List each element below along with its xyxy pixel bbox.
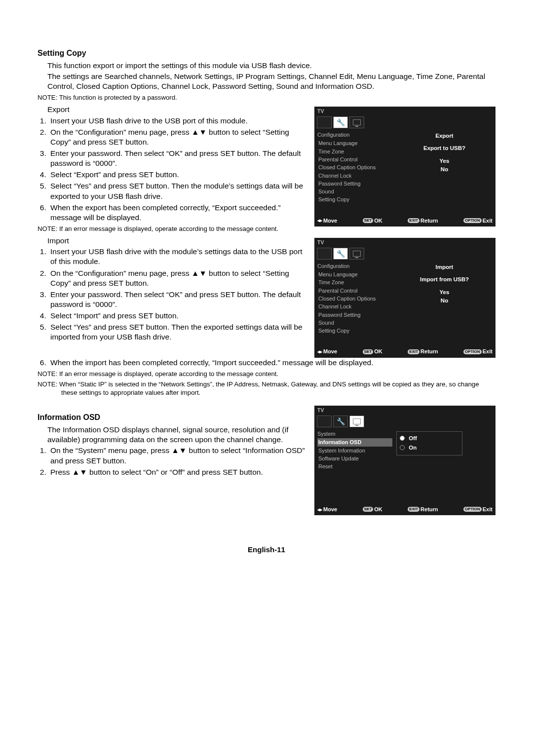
osd-title: TV bbox=[314, 406, 495, 414]
exit-badge: EXIT bbox=[408, 349, 419, 354]
osd-menu-item-highlighted: Information OSD bbox=[317, 438, 392, 446]
heading-info-osd: Information OSD bbox=[38, 413, 307, 423]
osd-menu-title: System bbox=[317, 429, 392, 438]
footer-ok: OK bbox=[374, 348, 382, 355]
setting-copy-intro-2: The settings are Searched channels, Netw… bbox=[47, 72, 495, 91]
osd-tabs: 🔧 bbox=[314, 414, 495, 428]
import-step: Select “Yes” and press SET button. Then … bbox=[48, 322, 307, 342]
arrows-icon: ◂▸ bbox=[317, 348, 322, 355]
export-step: Select “Yes” and press SET button. Then … bbox=[48, 181, 307, 201]
export-step: On the “Configuration” menu page, press … bbox=[48, 127, 307, 147]
osd-menu-item: Channel Lock bbox=[317, 172, 392, 180]
option-badge: OPTION bbox=[463, 349, 482, 354]
osd-prompt-title: Import bbox=[396, 264, 493, 271]
osd-footer: ◂▸Move SETOK EXITReturn OPTIONExit bbox=[314, 504, 495, 515]
setting-copy-intro-1: This function export or import the setti… bbox=[47, 61, 495, 71]
radio-label: On bbox=[409, 445, 417, 451]
osd-title: TV bbox=[314, 238, 495, 246]
osd-menu-item: Parental Control bbox=[317, 287, 392, 295]
osd-menu-item: Sound bbox=[317, 188, 392, 195]
footer-exit: Exit bbox=[483, 348, 493, 355]
osd-information-dialog: TV 🔧 System Information OSD System Infor… bbox=[314, 406, 495, 515]
footer-ok: OK bbox=[374, 506, 382, 513]
import-steps-continued: When the import has been completed corre… bbox=[38, 358, 495, 368]
osd-menu-item: Closed Caption Options bbox=[317, 295, 392, 302]
osd-tabs: 🔧 bbox=[314, 115, 495, 129]
import-step: Enter your password. Then select “OK” an… bbox=[48, 290, 307, 309]
set-badge: SET bbox=[363, 507, 374, 512]
osd-tabs: 🔧 bbox=[314, 246, 495, 261]
info-osd-step: Press ▲▼ button to select “On” or “Off” … bbox=[48, 467, 307, 477]
radio-label: Off bbox=[409, 435, 417, 441]
import-step: Select “Import” and press SET button. bbox=[48, 311, 307, 321]
osd-option-no: No bbox=[396, 165, 493, 174]
info-osd-step: On the “System” menu page, press ▲▼ butt… bbox=[48, 446, 307, 465]
osd-prompt-title: Export bbox=[396, 132, 493, 140]
monitor-icon bbox=[353, 119, 361, 125]
note-static-ip: NOTE: When “Static IP” is selected in th… bbox=[38, 380, 495, 397]
tab-picture-icon bbox=[317, 248, 332, 260]
set-badge: SET bbox=[363, 218, 374, 223]
osd-footer: ◂▸Move SETOK EXITReturn OPTIONExit bbox=[314, 346, 495, 357]
osd-menu-item: System Information bbox=[317, 447, 392, 454]
heading-import: Import bbox=[47, 236, 307, 246]
footer-exit: Exit bbox=[483, 217, 493, 224]
osd-menu-item: Menu Language bbox=[317, 139, 392, 147]
import-steps: Insert your USB flash drive with the mod… bbox=[38, 247, 307, 342]
osd-menu-item: Channel Lock bbox=[317, 302, 392, 310]
osd-import-dialog: TV 🔧 Configuration Menu Language Time Zo… bbox=[314, 238, 495, 358]
osd-option-box: Off On bbox=[396, 431, 462, 455]
heading-export: Export bbox=[47, 105, 307, 114]
osd-menu-item: Parental Control bbox=[317, 155, 392, 163]
tab-system-icon bbox=[349, 116, 364, 128]
osd-menu-item: Sound bbox=[317, 319, 392, 327]
export-step: Insert your USB flash drive to the USB p… bbox=[48, 116, 307, 126]
osd-menu-item: Reset bbox=[317, 462, 392, 470]
osd-menu-item: Password Setting bbox=[317, 180, 392, 188]
osd-menu-item: Closed Caption Options bbox=[317, 163, 392, 171]
osd-prompt-sub: Import from USB? bbox=[396, 276, 493, 283]
monitor-icon bbox=[353, 418, 361, 424]
info-osd-intro: The Information OSD displays channel, si… bbox=[47, 425, 307, 445]
osd-menu-title: Configuration bbox=[317, 130, 392, 139]
heading-setting-copy: Setting Copy bbox=[38, 48, 495, 59]
import-step: Insert your USB flash drive with the mod… bbox=[48, 247, 307, 266]
note-password: NOTE: This function is protected by a pa… bbox=[38, 93, 495, 102]
page-number: English-11 bbox=[38, 545, 495, 555]
set-badge: SET bbox=[363, 349, 374, 354]
footer-return: Return bbox=[420, 348, 438, 355]
tab-system-icon bbox=[349, 248, 364, 260]
tab-picture-icon bbox=[317, 416, 332, 427]
footer-move: Move bbox=[323, 217, 337, 224]
tab-config-icon: 🔧 bbox=[333, 416, 348, 427]
footer-move: Move bbox=[323, 506, 337, 513]
footer-return: Return bbox=[420, 217, 438, 224]
exit-badge: EXIT bbox=[408, 507, 419, 512]
note-import-error: NOTE: If an error message is displayed, … bbox=[38, 370, 495, 378]
wrench-icon: 🔧 bbox=[337, 118, 345, 127]
import-step: When the import has been completed corre… bbox=[48, 358, 495, 368]
radio-on: On bbox=[400, 443, 459, 453]
arrows-icon: ◂▸ bbox=[317, 506, 322, 513]
osd-menu-item: Password Setting bbox=[317, 311, 392, 319]
option-badge: OPTION bbox=[463, 507, 482, 512]
export-steps: Insert your USB flash drive to the USB p… bbox=[38, 116, 307, 223]
tab-system-icon bbox=[349, 416, 364, 427]
tab-picture-icon bbox=[317, 116, 332, 128]
footer-return: Return bbox=[420, 506, 438, 513]
osd-menu-item: Setting Copy bbox=[317, 327, 392, 335]
osd-option-yes: Yes bbox=[396, 157, 493, 165]
wrench-icon: 🔧 bbox=[337, 249, 345, 258]
osd-menu-item: Setting Copy bbox=[317, 195, 392, 203]
osd-menu-item: Time Zone bbox=[317, 148, 392, 155]
arrows-icon: ◂▸ bbox=[317, 217, 322, 224]
export-step: When the export has been completed corre… bbox=[48, 203, 307, 223]
osd-menu-item: Menu Language bbox=[317, 270, 392, 278]
info-osd-steps: On the “System” menu page, press ▲▼ butt… bbox=[38, 446, 307, 477]
osd-prompt-sub: Export to USB? bbox=[396, 145, 493, 152]
wrench-icon: 🔧 bbox=[337, 417, 345, 426]
note-export-error: NOTE: If an error message is displayed, … bbox=[38, 225, 307, 233]
monitor-icon bbox=[353, 251, 361, 257]
osd-footer: ◂▸Move SETOK EXITReturn OPTIONExit bbox=[314, 216, 495, 227]
option-badge: OPTION bbox=[463, 218, 482, 223]
